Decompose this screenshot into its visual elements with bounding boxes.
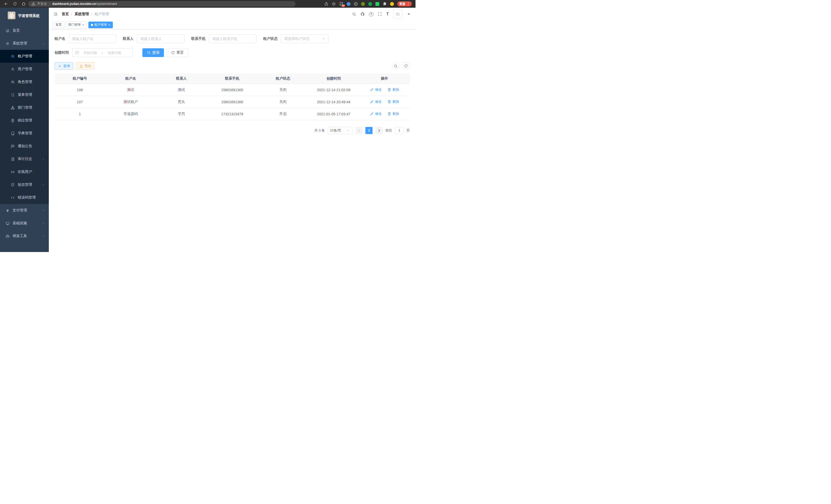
export-button[interactable]: 导出 xyxy=(76,62,94,70)
browser-chrome: 不安全 dashboard.yudao.iocoder.cn/system/te… xyxy=(0,0,416,8)
sidebar-item-label: 角色管理 xyxy=(18,80,32,84)
download-icon xyxy=(79,64,83,68)
table-toolbar: 新增 导出 xyxy=(55,62,410,70)
browser-update-button[interactable]: 更新 ⋮ xyxy=(397,1,412,6)
sidebar-item-label: 岗位管理 xyxy=(18,118,32,123)
search-icon[interactable] xyxy=(352,12,356,16)
reset-button[interactable]: 重置 xyxy=(167,48,188,57)
prev-page-button[interactable] xyxy=(355,127,363,134)
close-icon[interactable]: × xyxy=(109,23,111,26)
edit-button[interactable]: 修改 xyxy=(370,99,381,104)
back-icon[interactable] xyxy=(4,2,8,6)
edit-label: 修改 xyxy=(375,112,381,116)
mobile-input[interactable] xyxy=(209,34,256,43)
sidebar-item-label: 错误码管理 xyxy=(18,195,36,200)
next-page-button[interactable] xyxy=(375,127,382,134)
help-icon[interactable]: ? xyxy=(369,12,373,17)
extensions-grid-icon[interactable]: 10 xyxy=(339,2,343,6)
add-button[interactable]: 新增 xyxy=(55,62,73,70)
bookmark-star-icon[interactable] xyxy=(332,2,336,6)
share-icon[interactable] xyxy=(324,2,328,6)
caret-down-icon[interactable] xyxy=(407,12,411,16)
extensions-puzzle-icon[interactable] xyxy=(382,2,387,6)
delete-button[interactable]: 删除 xyxy=(387,99,399,104)
user-avatar[interactable] xyxy=(393,9,402,19)
extension-dark-icon[interactable] xyxy=(354,2,358,6)
delete-button[interactable]: 删除 xyxy=(387,87,399,92)
sidebar-item-label: 字典管理 xyxy=(18,131,32,136)
sidebar-item-notice[interactable]: 通知公告 xyxy=(0,140,49,153)
pagination-total: 共 3 条 xyxy=(315,128,325,133)
sidebar-item-departments[interactable]: 部门管理 xyxy=(0,101,49,114)
toggle-search-button[interactable] xyxy=(392,62,400,70)
page-size-select[interactable]: 10条/页 xyxy=(327,127,352,134)
org-icon xyxy=(11,106,15,110)
close-icon[interactable]: × xyxy=(82,23,84,26)
tag-home[interactable]: 首页 xyxy=(53,22,64,28)
extension-olive-icon[interactable] xyxy=(361,2,365,6)
fullscreen-icon[interactable] xyxy=(378,12,382,16)
edit-button[interactable]: 修改 xyxy=(370,112,381,116)
sidebar-item-error-codes[interactable]: 错误码管理 xyxy=(0,191,49,204)
error-code-icon xyxy=(11,196,15,200)
sidebar-item-infrastructure[interactable]: 基础设施 xyxy=(0,217,49,230)
address-bar[interactable]: 不安全 dashboard.yudao.iocoder.cn/system/te… xyxy=(28,1,295,7)
sidebar-item-home[interactable]: 首页 xyxy=(0,24,49,37)
page-1-button[interactable]: 1 xyxy=(365,127,373,134)
end-date-input[interactable] xyxy=(104,51,124,55)
sidebar-item-dev-tools[interactable]: 研发工具 xyxy=(0,230,49,242)
cell-contact: 测试 xyxy=(156,84,207,96)
tenant-status-select[interactable]: 请选择租户状态 xyxy=(281,34,328,43)
sidebar-item-payment[interactable]: ¥ 支付管理 xyxy=(0,204,49,217)
profile-avatar-icon[interactable] xyxy=(390,2,394,6)
tag-tenant-active[interactable]: 租户管理 × xyxy=(88,22,113,28)
browser-home-icon[interactable] xyxy=(22,2,26,6)
extension-square-icon[interactable] xyxy=(375,2,379,6)
contact-input[interactable] xyxy=(137,34,184,43)
sidebar-item-audit-log[interactable]: 审计日志 xyxy=(0,153,49,166)
tag-department[interactable]: 部门管理 × xyxy=(66,22,87,28)
table-row: 107 测试租户 秃头 15601691300 关闭 2021-12-14 20… xyxy=(55,96,410,108)
start-date-input[interactable] xyxy=(80,51,100,55)
cell-actions: 修改 删除 xyxy=(359,96,410,108)
tag-label: 首页 xyxy=(56,23,62,27)
tenant-users-icon xyxy=(11,55,15,58)
menu-tree-icon xyxy=(11,93,15,97)
sidebar-item-users[interactable]: 用户管理 xyxy=(0,63,49,76)
sidebar: 芋道管理系统 首页 系统管理 租户管理 用户管理 角色管理 菜单管理 部门管理 … xyxy=(0,8,49,252)
sidebar-item-posts[interactable]: 岗位管理 xyxy=(0,114,49,127)
table-row: 1 芋道源码 芋艿 17321315478 开启 2021-01-05 17:0… xyxy=(55,108,410,120)
sidebar-fold-icon[interactable] xyxy=(53,12,58,16)
sidebar-item-tenant[interactable]: 租户管理 xyxy=(0,50,49,63)
reload-icon[interactable] xyxy=(13,2,17,6)
cell-actions: 修改 删除 xyxy=(359,108,410,120)
sidebar-item-roles[interactable]: 角色管理 xyxy=(0,76,49,88)
sidebar-item-dict[interactable]: 字典管理 xyxy=(0,127,49,140)
sidebar-item-sms[interactable]: 短信管理 xyxy=(0,178,49,191)
breadcrumb-item[interactable]: 系统管理 xyxy=(75,12,89,17)
sidebar-item-online-users[interactable]: 在线用户 xyxy=(0,166,49,178)
delete-button[interactable]: 删除 xyxy=(387,112,399,116)
sidebar-item-system[interactable]: 系统管理 xyxy=(0,37,49,50)
refresh-table-button[interactable] xyxy=(402,62,410,70)
extension-green-icon[interactable] xyxy=(368,2,372,6)
export-button-label: 导出 xyxy=(85,64,91,68)
sidebar-item-menus[interactable]: 菜单管理 xyxy=(0,88,49,101)
extension-blue-icon[interactable] xyxy=(347,2,350,6)
kebab-menu-icon[interactable]: ⋮ xyxy=(407,2,410,6)
col-contact: 联系人 xyxy=(156,73,207,84)
create-time-range-picker[interactable]: - xyxy=(72,48,133,57)
search-button[interactable]: 搜索 xyxy=(142,48,164,57)
cell-mobile: 15601691300 xyxy=(207,96,258,108)
security-label[interactable]: 不安全 xyxy=(37,2,47,6)
edit-button[interactable]: 修改 xyxy=(370,87,381,92)
page-content: 租户名 联系人 联系手机 租户状态 请选择租户状态 创建时间 xyxy=(49,29,416,134)
github-icon[interactable] xyxy=(361,12,365,16)
app-logo[interactable]: 芋道管理系统 xyxy=(0,8,49,24)
tenant-name-input[interactable] xyxy=(68,34,116,43)
font-size-icon[interactable]: T xyxy=(386,12,389,17)
goto-page-input[interactable] xyxy=(395,127,404,134)
breadcrumb-item[interactable]: 首页 xyxy=(62,12,69,17)
refresh-icon xyxy=(404,64,408,68)
sidebar-item-label: 通知公告 xyxy=(18,144,32,148)
